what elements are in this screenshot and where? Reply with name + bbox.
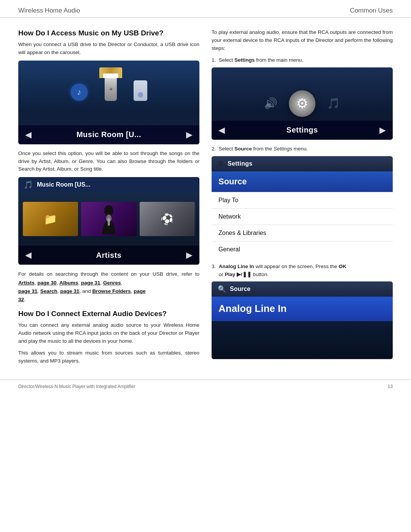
carousel-icons: ♪ ✦ [18,67,199,101]
source-screen-header: 🔍 Source [212,281,393,297]
menu-item-network[interactable]: Network [212,209,393,225]
settings-left-arrow: ◀ [218,125,225,135]
ref-browse-folders[interactable]: Browse Folders [92,288,131,294]
carousel-label-bar: ◀ Music Room [U... ▶ [18,125,199,144]
external-para2: This allows you to stream music from sou… [18,349,199,365]
thumb-singer [81,202,136,236]
ref-page31-albums[interactable]: page 31 [81,280,100,286]
carousel-left-arrow: ◀ [25,130,32,140]
ref-search[interactable]: Search [40,288,57,294]
ref-artists[interactable]: Artists [18,280,35,286]
singer-svg [99,204,118,234]
ref-albums[interactable]: Albums [59,280,78,286]
settings-menu-header-title: Settings [228,160,253,167]
usb-ref-para: For details on searching through the con… [18,270,199,304]
artists-label: Artists [96,251,122,260]
ref-page31-search[interactable]: page 31 [60,288,79,294]
footer-right: 13 [388,384,393,389]
source-icon: 🔍 [218,285,226,293]
menu-item-general[interactable]: General [212,241,393,257]
music-note-icon: ♪ [70,83,88,101]
usb-drive-illustration: ✦ [99,67,122,101]
artists-screen-title: Music Room [US... [37,181,90,188]
page-footer: Director/Wireless-N Music Player with In… [0,380,411,393]
artists-grid: 📁 ⚽ [18,192,199,246]
thumb-folders: 📁 [23,202,78,236]
ref-page30[interactable]: page 30 [37,280,56,286]
settings-carousel-title: Settings [287,126,318,134]
gear-menu-icon: ⚙ [218,160,224,168]
external-para1: You can connect any external analog audi… [18,321,199,345]
music-note-icon-right: 🎵 [327,97,340,110]
rca-intro-para: To play external analog audio, ensure th… [212,29,393,53]
svg-point-3 [106,214,112,222]
ref-page31-genres[interactable]: page 31 [18,288,37,294]
settings-icons-row: 🔊 ⚙ 🎵 [264,90,340,117]
thumb-ball: ⚽ [140,202,195,236]
artists-label-bar: ◀ Artists ▶ [18,246,199,265]
section-title-external: How Do I Connect External Audio Devices? [18,309,199,318]
section-title-usb: How Do I Access Music on My USB Drive? [18,29,199,38]
settings-right-arrow: ▶ [379,125,386,135]
usb-intro-para: When you connect a USB drive to the Dire… [18,41,199,57]
settings-menu-screen: ⚙ Settings Source Play To Network Zones … [212,156,393,257]
settings-carousel-screen: 🔊 ⚙ 🎵 ◀ Settings ▶ [212,67,393,140]
source-screen: 🔍 Source Analog Line In [212,281,393,359]
left-column: How Do I Access Music on My USB Drive? W… [18,29,199,369]
music-icon-small: 🎵 [24,180,33,189]
step3-text: 3. Analog Line In will appear on the scr… [212,263,393,279]
artists-top-bar: 🎵 Music Room [US... [18,177,199,192]
header-left: Wireless Home Audio [18,7,80,14]
settings-carousel-label: ◀ Settings ▶ [212,121,393,140]
artists-left-arrow: ◀ [25,250,32,260]
menu-item-zones[interactable]: Zones & Libraries [212,225,393,241]
gear-icon: ⚙ [289,90,315,117]
carousel-title: Music Room [U... [76,130,141,139]
ipod-icon [134,80,147,101]
page-header: Wireless Home Audio Common Uses [0,0,411,18]
menu-item-play-to[interactable]: Play To [212,192,393,209]
ref-genres[interactable]: Genres [103,280,121,286]
analog-line-in-label: Analog Line In [212,297,393,321]
usb-detail-para: Once you select this option, you will be… [18,150,199,174]
footer-left: Director/Wireless-N Music Player with In… [18,384,135,389]
step2-text: 2. Select Source from the Settings menu. [212,145,393,153]
speaker-icon: 🔊 [264,97,277,110]
menu-item-source[interactable]: Source [212,171,393,192]
header-right: Common Uses [350,7,393,14]
artists-right-arrow: ▶ [186,250,193,260]
source-screen-body [212,321,393,359]
usb-carousel-screen: ♪ ✦ ◀ Music Room [U... ▶ [18,61,199,144]
step1-text: 1. Select Settings from the main menu. [212,56,393,64]
right-column: To play external analog audio, ensure th… [212,29,393,369]
source-screen-title: Source [230,286,250,292]
artists-screen: 🎵 Music Room [US... 📁 ⚽ [18,177,199,265]
carousel-right-arrow: ▶ [186,130,193,140]
settings-menu-header: ⚙ Settings [212,156,393,171]
page-body: How Do I Access Music on My USB Drive? W… [0,18,411,380]
